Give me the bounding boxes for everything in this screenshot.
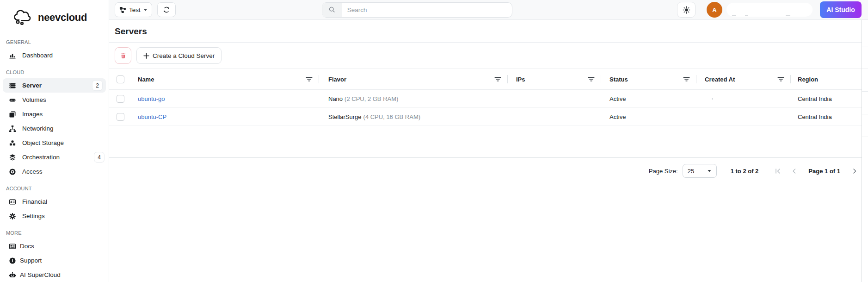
- flavor-specs: (4 CPU, 16 GB RAM): [363, 113, 421, 120]
- page-indicator-text: Page 1 of 1: [808, 168, 840, 175]
- sidebar-item-label: Support: [20, 257, 42, 264]
- user-name-redacted[interactable]: [726, 3, 813, 17]
- row-checkbox[interactable]: [117, 113, 124, 121]
- create-cloud-server-button[interactable]: Create a Cloud Server: [136, 47, 222, 64]
- flavor-name: Nano: [328, 95, 343, 102]
- sidebar-item-orchestration[interactable]: Orchestration 4: [0, 150, 109, 164]
- sidebar-section-cloud: CLOUD: [6, 69, 109, 75]
- networking-icon: [8, 125, 16, 132]
- server-count-badge: 2: [92, 81, 102, 90]
- status-value: Active: [609, 113, 626, 120]
- sidebar-item-label: Networking: [22, 125, 54, 132]
- settings-icon: [8, 213, 16, 220]
- page-size-value: 25: [688, 168, 694, 175]
- select-all-checkbox[interactable]: [117, 75, 124, 83]
- dashboard-icon: [8, 52, 16, 59]
- app-window: neevcloud GENERAL Dashboard CLOUD Server…: [0, 0, 868, 282]
- docs-icon: [8, 243, 16, 250]
- orchestration-icon: [8, 154, 16, 161]
- sidebar-item-ai-supercloud[interactable]: AI SuperCloud: [0, 268, 109, 282]
- column-header-region: Region: [798, 76, 818, 83]
- brand-logo: neevcloud: [0, 0, 109, 32]
- page-size-select[interactable]: 25: [683, 164, 717, 178]
- column-header-status: Status: [609, 76, 628, 83]
- trash-icon: [120, 52, 127, 59]
- delete-servers-button[interactable]: [115, 47, 131, 64]
- status-value: Active: [609, 95, 626, 102]
- sidebar-item-dashboard[interactable]: Dashboard: [0, 48, 109, 63]
- sidebar-item-images[interactable]: Images: [0, 107, 109, 121]
- sidebar-item-label: Settings: [22, 213, 45, 219]
- sidebar-item-settings[interactable]: Settings: [0, 209, 109, 223]
- table-row: ubuntu-go Nano (2 CPU, 2 GB RAM) Active …: [109, 90, 868, 108]
- server-icon: [8, 82, 16, 89]
- sidebar-item-financial[interactable]: Financial: [0, 194, 109, 209]
- table-empty-space: [109, 126, 868, 157]
- sidebar-item-label: Financial: [22, 198, 47, 205]
- first-page-button[interactable]: [772, 166, 782, 176]
- sidebar-item-label: AI SuperCloud: [20, 271, 61, 278]
- main-area: Test A AI Studio Servers: [109, 0, 868, 282]
- region-value: Central India: [798, 113, 832, 120]
- search-icon: [322, 3, 342, 17]
- top-bar: Test A AI Studio: [109, 0, 868, 20]
- search-input[interactable]: [342, 6, 512, 13]
- theme-toggle-button[interactable]: [677, 2, 696, 18]
- sidebar-item-volumes[interactable]: Volumes: [0, 93, 109, 107]
- table-row: ubuntu-CP StellarSurge (4 CPU, 16 GB RAM…: [109, 108, 868, 126]
- sidebar-item-label: Docs: [20, 243, 34, 250]
- sidebar-item-label: Orchestration: [22, 154, 60, 161]
- chevron-down-icon: [143, 8, 148, 12]
- sidebar-item-access[interactable]: Access: [0, 164, 109, 179]
- table-header-row: Name Flavor IPs Status: [109, 69, 868, 90]
- robot-icon: [8, 271, 16, 279]
- sidebar: neevcloud GENERAL Dashboard CLOUD Server…: [0, 0, 109, 282]
- next-page-button[interactable]: [850, 166, 860, 176]
- project-selector-button[interactable]: Test: [115, 2, 152, 17]
- sidebar-item-label: Object Storage: [22, 139, 64, 146]
- select-caret-icon: [707, 169, 712, 173]
- page-size-label: Page Size:: [649, 168, 678, 175]
- filter-icon[interactable]: [494, 76, 501, 82]
- column-header-name: Name: [138, 76, 154, 83]
- previous-page-button[interactable]: [789, 166, 799, 176]
- avatar-initial: A: [712, 6, 716, 13]
- edge-strip-lines: [862, 24, 868, 144]
- sidebar-section-account: ACCOUNT: [6, 186, 109, 191]
- refresh-button[interactable]: [157, 2, 176, 17]
- financial-icon: [8, 198, 16, 206]
- volumes-icon: [8, 96, 16, 104]
- sidebar-item-support[interactable]: Support: [0, 253, 109, 268]
- user-avatar[interactable]: A: [707, 2, 722, 18]
- sidebar-item-docs[interactable]: Docs: [0, 239, 109, 253]
- flavor-name: StellarSurge: [328, 113, 362, 120]
- sun-icon: [683, 6, 690, 14]
- brand-name: neevcloud: [38, 12, 87, 24]
- sidebar-section-more: MORE: [6, 230, 109, 236]
- servers-toolbar: Create a Cloud Server: [109, 43, 868, 69]
- created-at-redacted-mark: [712, 98, 713, 100]
- images-icon: [8, 111, 16, 118]
- sidebar-item-label: Images: [22, 111, 43, 118]
- filter-icon[interactable]: [588, 76, 595, 82]
- sidebar-item-server[interactable]: Server 2: [3, 78, 106, 93]
- right-edge-strip: [862, 20, 868, 282]
- filter-icon[interactable]: [777, 76, 784, 82]
- filter-icon[interactable]: [683, 76, 690, 82]
- neevcloud-cloud-icon: [12, 7, 33, 28]
- project-selector-label: Test: [129, 6, 141, 13]
- orchestration-count-badge: 4: [94, 152, 104, 162]
- sidebar-item-object-storage[interactable]: Object Storage: [0, 136, 109, 150]
- ai-studio-button[interactable]: AI Studio: [820, 1, 862, 18]
- object-storage-icon: [8, 139, 16, 147]
- flavor-specs: (2 CPU, 2 GB RAM): [345, 95, 398, 102]
- sidebar-item-networking[interactable]: Networking: [0, 121, 109, 136]
- row-checkbox[interactable]: [117, 95, 124, 103]
- filter-icon[interactable]: [306, 76, 313, 82]
- plus-icon: [143, 53, 149, 59]
- servers-page: Servers Create a Cloud Server Name: [109, 20, 868, 282]
- access-icon: [8, 168, 16, 175]
- server-name-link[interactable]: ubuntu-CP: [138, 113, 166, 120]
- server-name-link[interactable]: ubuntu-go: [138, 95, 165, 102]
- support-info-icon: [8, 257, 16, 264]
